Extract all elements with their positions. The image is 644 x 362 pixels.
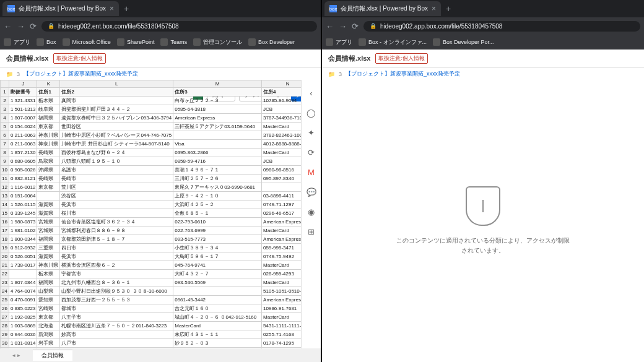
table-row[interactable]: 281 003-0865北海道札幌市南区澄川五条７－５０－２011-840-32… xyxy=(1,322,321,330)
reload-icon[interactable]: ⟳ xyxy=(352,22,359,31)
apps-button[interactable]: アプリ xyxy=(326,38,352,46)
restricted-message: このコンテンツに適用されている分類により、アクセスが制限 されています。 xyxy=(396,236,570,256)
table-row[interactable]: 301 031-0814岩手県八戸市妙９５２－０３0178-74-1295Ame… xyxy=(1,339,321,348)
folder-icon: 📁 xyxy=(328,71,335,77)
table-row[interactable]: 260 885-0223宮崎県都城市吉之元町１６０10986-91-7681Ma… xyxy=(1,304,321,313)
address-bar-row: ← → ⟳ 🔒 hideoeg002.ent.box.com/file/5531… xyxy=(0,17,321,35)
table-row[interactable]: 244 764-0074山梨県山梨小野村日出途別校９５３０ ３０８-30-600… xyxy=(1,287,321,296)
table-row[interactable]: 100 905-0026沖縄県名護市喜瀬１４９６－７１0980-98-8516J… xyxy=(1,166,321,175)
table-row[interactable]: 121 116-0012東京都荒川区東尾久７アーキッス０03-6990-9681… xyxy=(1,183,321,192)
sub-count: 3 xyxy=(339,71,342,77)
new-tab-button[interactable]: + xyxy=(119,4,134,14)
badge-icon[interactable]: ◉ xyxy=(306,206,317,217)
table-row[interactable]: 200 526-0051滋賀県長浜市大島町５９６－１７0749-75-9492M… xyxy=(1,252,321,261)
bookmark-teams[interactable]: Teams xyxy=(160,38,187,46)
table-row[interactable]: 141 526-0115滋賀県長浜市大浜町４２５－２0749-71-1297Am… xyxy=(1,200,321,209)
close-icon[interactable]: × xyxy=(432,4,436,13)
table-row[interactable]: 22栃木県宇都宮市大町４３２－７028-959-4293American Exp… xyxy=(1,270,321,278)
sheet-tab-bar: ◂ ▸ 会員情報 xyxy=(0,348,321,362)
sheet-tab[interactable]: 会員情報 xyxy=(33,350,72,361)
table-row[interactable]: 60 211-0063神奈川県川崎市中原区小杉町？ベルバシーヌ044-746-7… xyxy=(1,131,321,140)
table-row[interactable]: 130 151-0064渋谷区上原９－４２－１０03-6898-4411Visa… xyxy=(1,192,321,200)
table-row[interactable]: 271 192-0825東京都八王子市城山町４－２０－６ ０042-912-51… xyxy=(1,313,321,322)
sheet-nav[interactable]: ◂ ▸ xyxy=(0,352,33,358)
table-row[interactable]: 21 321-4331栃木県真岡市白布ヶ丘２２２－３10785-96-9094A… xyxy=(1,97,321,105)
new-tab-button[interactable]: + xyxy=(441,4,456,14)
refresh-icon[interactable]: ⟳ xyxy=(306,147,317,158)
right-sidebar: ‹ ◯ ✦ ⟳ M 💬 ◉ ⊞ xyxy=(301,80,321,348)
bookmark-boxdev[interactable]: Box Developer Por... xyxy=(433,38,494,46)
bookmark-sharepoint[interactable]: SharePoint xyxy=(117,38,155,46)
project-folder[interactable]: 【プロジェクト】新規事業開拓_xxxx発売予定 xyxy=(24,70,138,78)
bookmark-boxdev[interactable]: Box Developer xyxy=(248,38,295,46)
back-icon[interactable]: ← xyxy=(4,22,12,31)
table-row[interactable]: 90 680-0605鳥取県八頭郡八頭町１９５－１０0858-59-4716JC… xyxy=(1,157,321,166)
file-name: 会員情報.xlsx xyxy=(328,54,370,63)
file-name: 会員情報.xlsx xyxy=(6,54,48,63)
table-row[interactable]: 171 981-0102宮城県宮城郡利府春日８８６－９８022-763-6999… xyxy=(1,226,321,235)
star-icon[interactable]: ✦ xyxy=(306,127,317,138)
table-row[interactable]: 81 857-2130長崎県西彼杵郡島まなび野６－２４0395-863-2866… xyxy=(1,149,321,157)
bookmark-bar: アプリ Box Microsoft Office SharePoint Team… xyxy=(0,35,321,50)
chat-icon[interactable]: 💬 xyxy=(306,186,317,197)
folder-icon: 📁 xyxy=(6,71,13,77)
right-window: box 会員情報.xlsx | Powered by Box × + ← → ⟳… xyxy=(322,0,644,362)
bookmark-box[interactable]: Box - オンラインファ... xyxy=(359,38,427,46)
box-content: 会員情報.xlsx 取扱注意:個人情報 📁 3 【プロジェクト】新規事業開拓_x… xyxy=(322,50,644,362)
close-icon[interactable]: × xyxy=(110,4,114,13)
table-row[interactable]: 250 470-0091愛知県西加茂郡三好西一２５５－５３0561-45-344… xyxy=(1,296,321,304)
table-row[interactable]: 211 738-0017神奈川県横浜市金沢区西柴６－２045-764-9741M… xyxy=(1,261,321,270)
shield-icon xyxy=(466,186,500,226)
tab-bar: box 会員情報.xlsx | Powered by Box × + xyxy=(322,0,644,17)
lock-icon: 🔒 xyxy=(48,23,54,29)
url-text: hideoeg002.app.box.com/file/553180457508 xyxy=(380,23,502,30)
table-row[interactable]: 231 807-0844福岡県北九州市八幡西台８－３６－１093-530-556… xyxy=(1,278,321,287)
apps-icon[interactable]: ⊞ xyxy=(306,226,317,237)
table-row[interactable]: 150 339-1245滋賀県桜川市金敷６８５－１0296-46-6517Mas… xyxy=(1,209,321,218)
tab-bar: box 会員情報.xlsx | Powered by Box × + xyxy=(0,0,321,17)
confidential-tag: 取扱注意:個人情報 xyxy=(53,53,106,64)
box-content: 会員情報.xlsx 取扱注意:個人情報 📁 3 【プロジェクト】新規事業開拓_x… xyxy=(0,50,321,362)
gmail-icon[interactable]: M xyxy=(306,166,317,178)
table-row[interactable]: 190 512-0932三重県四日市小生町３８９－３４059-995-3471M… xyxy=(1,244,321,252)
table-row[interactable]: 161 980-0873宮城県仙台市青葉区塩竈町３６２－３４022-793-06… xyxy=(1,218,321,226)
bookmark-box[interactable]: Box xyxy=(37,38,56,46)
forward-icon: → xyxy=(339,22,347,31)
file-header: 会員情報.xlsx 取扱注意:個人情報 xyxy=(322,50,644,68)
box-icon: box xyxy=(329,5,337,12)
breadcrumb: 📁 3 【プロジェクト】新規事業開拓_xxxx発売予定 xyxy=(0,68,321,80)
bookmark-bar: アプリ Box - オンラインファ... Box Developer Por..… xyxy=(322,35,644,50)
table-row[interactable]: 290 944-0036新潟県妙高市末広町４３１－１１0255-71-4168M… xyxy=(1,330,321,339)
forward-icon: → xyxy=(17,22,25,31)
table-row[interactable]: 31茨城県稲敷町２９６－４MasterCard5431-1111-1111-11… xyxy=(1,348,321,349)
data-table: JKLMNOPQ1郵便番号住所1住所2住所3住所4電話番号クレジットカード会社ク… xyxy=(0,80,321,348)
address-bar[interactable]: 🔒 hideoeg002.ent.box.com/file/5531804575… xyxy=(41,21,317,32)
table-row[interactable]: 110 882-8121長崎県長崎市三川町２５７－２６095-897-8340M… xyxy=(1,175,321,183)
confidential-tag: 取扱注意:個人情報 xyxy=(375,53,428,64)
table-row[interactable]: 70 211-0063神奈川県川崎市中原 井田杉山町 シティーラ044-507-… xyxy=(1,140,321,149)
restricted-panel: このコンテンツに適用されている分類により、アクセスが制限 されています。 xyxy=(322,80,644,362)
back-icon[interactable]: ← xyxy=(326,22,334,31)
spreadsheet[interactable]: JKLMNOPQ1郵便番号住所1住所2住所3住所4電話番号クレジットカード会社ク… xyxy=(0,80,321,348)
browser-tab[interactable]: box 会員情報.xlsx | Powered by Box × xyxy=(2,1,119,16)
bookmark-msoffice[interactable]: Microsoft Office xyxy=(63,38,111,46)
file-header: 会員情報.xlsx 取扱注意:個人情報 xyxy=(0,50,321,68)
breadcrumb: 📁 3 【プロジェクト】新規事業開拓_xxxx発売予定 xyxy=(322,68,644,80)
table-row[interactable]: 41 807-0007福岡県遠賀郡水巻町中日３２５ハイブレン093-406-37… xyxy=(1,114,321,123)
table-row[interactable]: 181 800-0344福岡県京都郡苅田新津５－１８－７093-515-7773… xyxy=(1,235,321,244)
reload-icon[interactable]: ⟳ xyxy=(30,22,37,31)
project-folder[interactable]: 【プロジェクト】新規事業開拓_xxxx発売予定 xyxy=(346,70,460,78)
left-window: box 会員情報.xlsx | Powered by Box × + ← → ⟳… xyxy=(0,0,322,362)
bookmark-admin[interactable]: 管理コンソール xyxy=(193,38,242,46)
box-icon: box xyxy=(7,5,15,12)
chevron-icon[interactable]: ‹ xyxy=(306,87,317,98)
sub-count: 3 xyxy=(17,71,20,77)
address-bar[interactable]: 🔒 hideoeg002.app.box.com/file/5531804575… xyxy=(363,21,640,32)
apps-button[interactable]: アプリ xyxy=(4,38,30,46)
table-row[interactable]: 31 501-1313岐阜県揖斐郡揖斐川町戸田３４４－２0585-64-3818… xyxy=(1,105,321,114)
lock-icon: 🔒 xyxy=(370,23,376,29)
tab-title: 会員情報.xlsx | Powered by Box xyxy=(341,4,428,13)
table-row[interactable]: 50 154-0024東京都世田谷区三軒茶屋５アクアシテ03-6159-5640… xyxy=(1,123,321,131)
browser-tab[interactable]: box 会員情報.xlsx | Powered by Box × xyxy=(324,1,441,16)
circle-icon[interactable]: ◯ xyxy=(306,107,317,118)
